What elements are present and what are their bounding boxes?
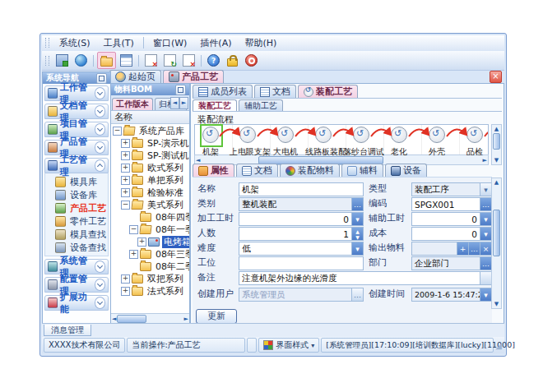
difficulty-field[interactable]: 低 bbox=[239, 242, 364, 256]
create-time-field[interactable]: 2009-1-6 15:47:24 bbox=[411, 288, 492, 302]
bom-pin-button[interactable] bbox=[175, 85, 186, 95]
tree-node[interactable]: 双把系列 bbox=[111, 273, 189, 285]
tab-property-documents[interactable]: 文档 bbox=[236, 164, 278, 177]
menu-plugins[interactable]: 插件(A) bbox=[193, 36, 238, 50]
dropdown-button[interactable] bbox=[480, 183, 491, 196]
sidebar-item-mould-library[interactable]: 模具库 bbox=[45, 175, 108, 188]
name-field[interactable]: 机架 bbox=[239, 182, 364, 196]
tree-node[interactable]: 欧式系列 bbox=[111, 162, 189, 174]
tab-equipment[interactable]: 设备 bbox=[385, 164, 427, 177]
tree-node[interactable]: 美式系列 bbox=[111, 199, 189, 211]
scroll-down-arrow-icon[interactable]: ▼ bbox=[494, 156, 499, 164]
scroll-right-button[interactable]: ► bbox=[179, 97, 188, 109]
tree-node[interactable]: 08年一季度 bbox=[111, 224, 189, 236]
flow-node[interactable]: 大电机 bbox=[267, 127, 304, 158]
tree-node[interactable]: 单把系列 bbox=[111, 174, 189, 187]
subtab-assembly-process[interactable]: 装配工艺 bbox=[193, 99, 237, 111]
expand-toggle-icon[interactable] bbox=[121, 287, 130, 296]
tab-member-list[interactable]: 成员列表 bbox=[193, 85, 253, 98]
doc-close-button[interactable] bbox=[180, 53, 197, 68]
tree-node[interactable]: 系统产品库 bbox=[111, 125, 189, 137]
flow-node[interactable]: 外壳 bbox=[419, 127, 455, 158]
expand-toggle-icon[interactable] bbox=[137, 238, 146, 247]
code-field[interactable]: SPGX001 bbox=[411, 197, 492, 211]
tree-node[interactable]: 08年四季度 bbox=[111, 211, 189, 224]
form-vertical-scrollbar[interactable]: ▲ ▼ bbox=[491, 178, 502, 309]
dropdown-button[interactable] bbox=[480, 288, 491, 301]
expand-toggle-icon[interactable] bbox=[129, 225, 138, 234]
scroll-right-arrow-icon[interactable]: ► bbox=[184, 315, 188, 323]
expand-toggle-icon[interactable] bbox=[113, 127, 122, 136]
tab-assembly-process[interactable]: 装配工艺 bbox=[298, 85, 358, 98]
flow-node[interactable]: 落纱台调试 bbox=[343, 127, 379, 158]
interface-style-button[interactable]: 界面样式 bbox=[258, 338, 319, 353]
sidebar-pin-button[interactable] bbox=[96, 73, 107, 84]
expand-button[interactable] bbox=[95, 297, 105, 309]
stop-button[interactable] bbox=[243, 53, 260, 68]
work-hours-field[interactable]: 0 bbox=[239, 212, 364, 226]
dropdown-button[interactable] bbox=[480, 213, 491, 225]
message-management-tab[interactable]: 消息管理 bbox=[44, 325, 91, 336]
tree-node[interactable]: 电烤箱 bbox=[111, 236, 189, 248]
expand-toggle-icon[interactable] bbox=[121, 139, 130, 148]
flow-node[interactable]: 品检 bbox=[457, 127, 493, 158]
dropdown-button[interactable] bbox=[351, 213, 363, 225]
people-field[interactable]: 1 bbox=[239, 227, 364, 241]
browse-button[interactable] bbox=[468, 242, 480, 255]
department-field[interactable]: 企业部门 bbox=[411, 256, 492, 270]
add-button[interactable] bbox=[457, 242, 468, 255]
station-field[interactable] bbox=[239, 256, 364, 270]
tab-documents[interactable]: 文档 bbox=[254, 85, 296, 98]
expand-button[interactable] bbox=[95, 123, 105, 136]
flow-node[interactable]: 机架 bbox=[193, 127, 229, 158]
remark-field[interactable]: 注意机架外边缘的光滑度 bbox=[239, 271, 492, 285]
expand-button[interactable] bbox=[95, 279, 105, 291]
browse-button[interactable] bbox=[351, 198, 363, 210]
expand-toggle-icon[interactable] bbox=[129, 250, 138, 259]
expand-toggle-icon[interactable] bbox=[121, 176, 130, 185]
expand-button[interactable] bbox=[95, 261, 105, 273]
scroll-left-button[interactable]: ◄ bbox=[170, 97, 179, 109]
remark-expand-button[interactable] bbox=[480, 272, 491, 284]
spinner-button[interactable] bbox=[351, 228, 363, 240]
tree-node[interactable]: 08年三季度 bbox=[111, 248, 189, 261]
doc-delete-button[interactable] bbox=[142, 53, 160, 68]
scroll-thumb[interactable] bbox=[493, 133, 500, 150]
subtab-auxiliary-process[interactable]: 辅助工艺 bbox=[239, 99, 283, 111]
clear-button[interactable] bbox=[480, 242, 491, 255]
expand-toggle-icon[interactable] bbox=[121, 151, 130, 160]
tree-node[interactable]: SP-演示机系列 bbox=[111, 137, 189, 150]
menu-tools[interactable]: 工具(T) bbox=[97, 36, 141, 50]
dropdown-button[interactable] bbox=[351, 242, 363, 255]
view-switch-button[interactable] bbox=[53, 53, 71, 68]
expand-toggle-icon[interactable] bbox=[121, 188, 130, 197]
tab-assembly-materials[interactable]: 装配物料 bbox=[280, 164, 340, 177]
flow-node[interactable]: 线路板装配 bbox=[305, 127, 341, 158]
tree-node[interactable]: 法式系列 bbox=[111, 285, 189, 297]
update-button[interactable]: 更新 bbox=[196, 309, 237, 324]
sidebar-item-part-process[interactable]: 零件工艺 bbox=[45, 214, 108, 228]
scroll-thumb[interactable] bbox=[117, 315, 146, 323]
tree-node[interactable]: 08年二季度 bbox=[111, 261, 189, 273]
tree-column-header[interactable]: 名称 bbox=[111, 111, 189, 124]
sidebar-item-product-process[interactable]: 产品工艺 bbox=[45, 201, 108, 214]
lock-button[interactable] bbox=[224, 53, 241, 68]
tree-node[interactable]: 检验标准 bbox=[111, 187, 189, 199]
tab-product-process[interactable]: 产品工艺 bbox=[163, 70, 224, 83]
resize-grip[interactable] bbox=[495, 341, 502, 350]
expand-button[interactable] bbox=[95, 87, 105, 99]
tree-node[interactable]: SP-测试机系列 bbox=[111, 150, 189, 162]
output-material-field[interactable] bbox=[411, 242, 492, 256]
menu-window[interactable]: 窗口(W) bbox=[146, 36, 193, 50]
doc-refresh-button[interactable] bbox=[161, 53, 179, 68]
aux-hours-field[interactable]: 0 bbox=[411, 212, 492, 226]
close-tab-button[interactable] bbox=[490, 71, 502, 83]
scroll-down-arrow-icon[interactable]: ▼ bbox=[494, 300, 499, 308]
browse-button[interactable] bbox=[480, 257, 491, 270]
category-field[interactable]: 整机装配 bbox=[239, 197, 364, 211]
sidebar-group-process[interactable]: 工艺管理 bbox=[44, 158, 109, 173]
globe-button[interactable] bbox=[72, 53, 90, 68]
folder-button[interactable] bbox=[97, 52, 116, 69]
scroll-left-arrow-icon[interactable]: ◄ bbox=[112, 315, 116, 323]
tab-auxiliary-materials[interactable]: 辅料 bbox=[341, 164, 383, 177]
